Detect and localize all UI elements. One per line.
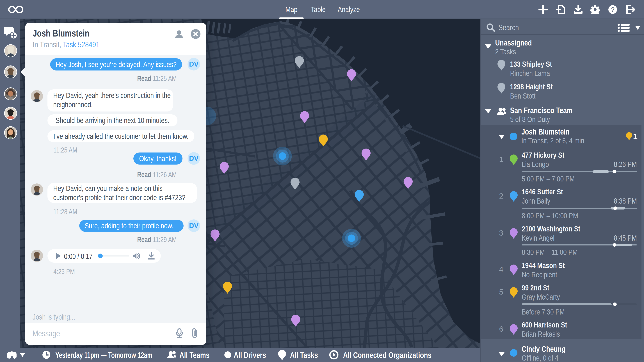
svg-text:?: ? xyxy=(610,6,615,14)
